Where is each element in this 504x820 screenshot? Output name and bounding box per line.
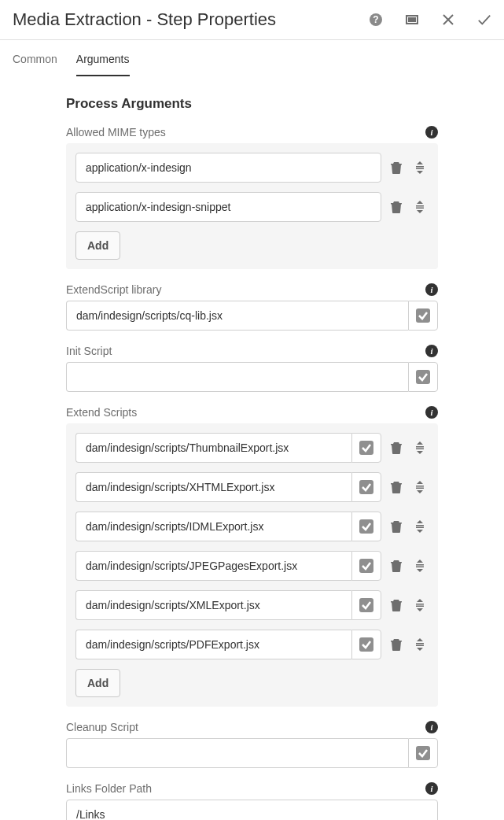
- script-item: [75, 512, 429, 541]
- svg-marker-45: [417, 648, 423, 651]
- script-input[interactable]: [75, 472, 351, 502]
- script-input[interactable]: [75, 433, 351, 463]
- field-extend-scripts: Extend Scripts i: [66, 406, 438, 707]
- svg-rect-33: [416, 564, 424, 566]
- field-init-script: Init Script i: [66, 345, 438, 392]
- field-links-folder: Links Folder Path i: [66, 782, 438, 820]
- svg-marker-7: [417, 161, 423, 164]
- script-input[interactable]: [75, 590, 351, 620]
- svg-marker-25: [417, 490, 423, 493]
- delete-icon[interactable]: [388, 439, 405, 456]
- reorder-icon[interactable]: [411, 159, 429, 176]
- svg-marker-32: [417, 560, 423, 563]
- svg-marker-20: [417, 451, 423, 454]
- mime-input[interactable]: [75, 192, 381, 222]
- delete-icon[interactable]: [388, 159, 405, 176]
- mime-item: [75, 153, 429, 183]
- picker-button[interactable]: [351, 551, 381, 581]
- reorder-icon[interactable]: [411, 597, 429, 614]
- reorder-icon[interactable]: [411, 439, 429, 456]
- section-title: Process Arguments: [66, 96, 438, 112]
- add-mime-button[interactable]: Add: [75, 231, 120, 260]
- mime-label: Allowed MIME types: [66, 126, 166, 139]
- svg-rect-13: [416, 205, 424, 207]
- delete-icon[interactable]: [388, 636, 405, 653]
- info-icon[interactable]: i: [425, 782, 438, 795]
- info-icon[interactable]: i: [425, 126, 438, 139]
- picker-button[interactable]: [351, 512, 381, 541]
- mime-input[interactable]: [75, 153, 381, 183]
- script-item: [75, 551, 429, 581]
- extendlib-input[interactable]: [66, 301, 408, 331]
- links-input[interactable]: [66, 800, 438, 820]
- reorder-icon[interactable]: [411, 198, 429, 216]
- info-icon[interactable]: i: [425, 406, 438, 419]
- svg-marker-30: [417, 530, 423, 533]
- svg-rect-43: [416, 643, 424, 645]
- reorder-icon[interactable]: [411, 557, 429, 574]
- svg-rect-28: [416, 525, 424, 526]
- reorder-icon[interactable]: [411, 478, 429, 496]
- delete-icon[interactable]: [388, 597, 405, 614]
- svg-marker-22: [417, 481, 423, 484]
- info-icon[interactable]: i: [425, 721, 438, 733]
- info-icon[interactable]: i: [425, 283, 438, 296]
- field-cleanup-script: Cleanup Script i: [66, 721, 438, 768]
- svg-marker-42: [417, 638, 423, 641]
- svg-rect-19: [416, 449, 424, 450]
- cleanup-input[interactable]: [66, 738, 408, 768]
- picker-button[interactable]: [351, 472, 381, 502]
- close-icon[interactable]: [441, 13, 455, 27]
- picker-button[interactable]: [351, 590, 381, 620]
- delete-icon[interactable]: [388, 478, 405, 496]
- delete-icon[interactable]: [388, 557, 405, 574]
- svg-marker-40: [417, 608, 423, 611]
- svg-rect-3: [409, 18, 415, 21]
- script-input[interactable]: [75, 512, 351, 541]
- check-icon: [359, 559, 373, 573]
- check-icon: [359, 441, 373, 455]
- dialog-title: Media Extraction - Step Properties: [13, 9, 276, 30]
- svg-rect-31: [391, 562, 402, 563]
- picker-button[interactable]: [351, 433, 381, 463]
- svg-rect-23: [416, 486, 424, 487]
- svg-rect-41: [391, 641, 402, 642]
- info-icon[interactable]: i: [425, 345, 438, 357]
- tab-common[interactable]: Common: [13, 43, 57, 76]
- tabs: Common Arguments: [0, 43, 504, 77]
- svg-marker-17: [417, 441, 423, 445]
- content-area: Process Arguments Allowed MIME types i: [0, 77, 504, 820]
- confirm-icon[interactable]: [477, 13, 491, 27]
- check-icon: [416, 308, 430, 323]
- extend-scripts-label: Extend Scripts: [66, 406, 137, 419]
- svg-rect-34: [416, 567, 424, 568]
- add-script-button[interactable]: Add: [75, 669, 120, 697]
- check-icon: [359, 519, 373, 534]
- svg-rect-9: [416, 168, 424, 170]
- field-mime-types: Allowed MIME types i: [66, 126, 438, 269]
- svg-rect-11: [391, 203, 402, 205]
- script-input[interactable]: [75, 551, 351, 581]
- help-icon[interactable]: ?: [369, 13, 383, 27]
- picker-button[interactable]: [408, 362, 438, 392]
- delete-icon[interactable]: [388, 518, 405, 535]
- check-icon: [416, 370, 430, 384]
- tab-arguments[interactable]: Arguments: [76, 43, 130, 76]
- header-actions: ?: [369, 13, 491, 27]
- reorder-icon[interactable]: [411, 518, 429, 535]
- picker-button[interactable]: [408, 301, 438, 331]
- script-item: [75, 433, 429, 463]
- script-input[interactable]: [75, 630, 351, 659]
- reorder-icon[interactable]: [411, 636, 429, 653]
- cleanup-label: Cleanup Script: [66, 721, 138, 733]
- picker-button[interactable]: [351, 630, 381, 659]
- dialog-header: Media Extraction - Step Properties ?: [0, 0, 504, 40]
- picker-button[interactable]: [408, 738, 438, 768]
- svg-rect-14: [416, 208, 424, 209]
- svg-marker-15: [417, 210, 423, 213]
- fullscreen-icon[interactable]: [405, 13, 419, 27]
- delete-icon[interactable]: [388, 198, 405, 216]
- init-input[interactable]: [66, 362, 408, 392]
- svg-rect-8: [416, 166, 424, 168]
- svg-rect-26: [391, 523, 402, 524]
